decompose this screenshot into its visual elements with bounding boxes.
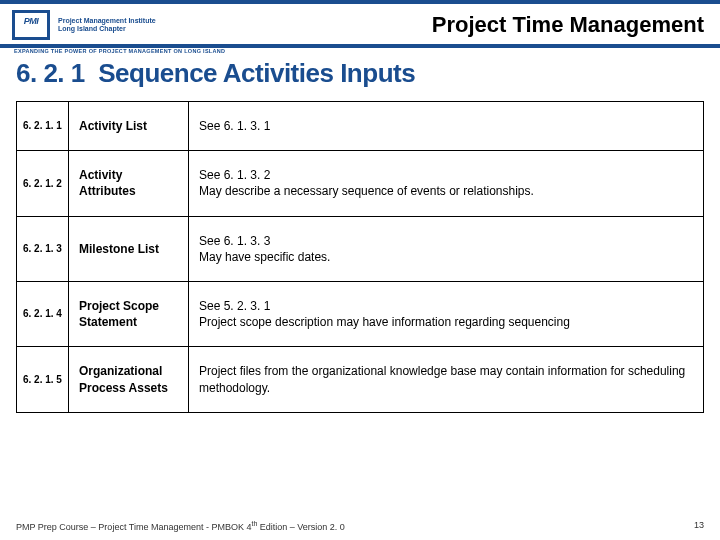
- row-description: See 6. 1. 3. 1: [189, 102, 704, 151]
- row-description: See 5. 2. 3. 1Project scope description …: [189, 281, 704, 346]
- logo-org-line1: Project Management Institute: [58, 17, 156, 25]
- page-title: Project Time Management: [172, 12, 708, 38]
- logo-text: Project Management Institute Long Island…: [58, 17, 164, 32]
- row-label: Activity Attributes: [69, 151, 189, 216]
- logo-tagline: EXPANDING THE POWER OF PROJECT MANAGEMEN…: [14, 48, 225, 54]
- row-description: Project files from the organizational kn…: [189, 347, 704, 412]
- table-row: 6. 2. 1. 2Activity AttributesSee 6. 1. 3…: [17, 151, 704, 216]
- pmi-logo: [12, 10, 50, 40]
- logo-org-line2: Long Island Chapter: [58, 25, 156, 33]
- row-description: See 6. 1. 3. 2May describe a necessary s…: [189, 151, 704, 216]
- row-number: 6. 2. 1. 3: [17, 216, 69, 281]
- row-number: 6. 2. 1. 1: [17, 102, 69, 151]
- row-label: Project Scope Statement: [69, 281, 189, 346]
- row-label: Organizational Process Assets: [69, 347, 189, 412]
- inputs-table: 6. 2. 1. 1Activity ListSee 6. 1. 3. 16. …: [16, 101, 704, 413]
- row-description: See 6. 1. 3. 3May have specific dates.: [189, 216, 704, 281]
- footer-left: PMP Prep Course – Project Time Managemen…: [16, 520, 345, 532]
- row-label: Milestone List: [69, 216, 189, 281]
- table-row: 6. 2. 1. 5Organizational Process AssetsP…: [17, 347, 704, 412]
- row-label: Activity List: [69, 102, 189, 151]
- table-row: 6. 2. 1. 4Project Scope StatementSee 5. …: [17, 281, 704, 346]
- section-name: Sequence Activities Inputs: [98, 58, 415, 88]
- slide-header: Project Management Institute Long Island…: [0, 0, 720, 48]
- section-number: 6. 2. 1: [16, 58, 85, 88]
- row-number: 6. 2. 1. 4: [17, 281, 69, 346]
- main-content: 6. 2. 1 Sequence Activities Inputs 6. 2.…: [0, 48, 720, 413]
- slide-footer: PMP Prep Course – Project Time Managemen…: [16, 520, 704, 532]
- row-number: 6. 2. 1. 2: [17, 151, 69, 216]
- page-number: 13: [694, 520, 704, 532]
- table-row: 6. 2. 1. 1Activity ListSee 6. 1. 3. 1: [17, 102, 704, 151]
- section-title: 6. 2. 1 Sequence Activities Inputs: [16, 58, 704, 89]
- row-number: 6. 2. 1. 5: [17, 347, 69, 412]
- table-row: 6. 2. 1. 3Milestone ListSee 6. 1. 3. 3Ma…: [17, 216, 704, 281]
